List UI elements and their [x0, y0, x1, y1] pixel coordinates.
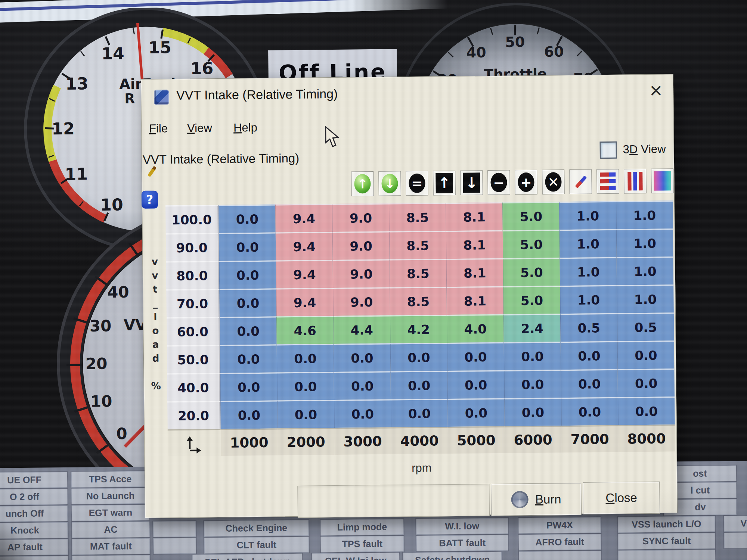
view-3d-label[interactable]: 3D View: [623, 142, 666, 156]
table-cell[interactable]: 1.0: [560, 257, 617, 286]
table-cell[interactable]: 5.0: [502, 202, 560, 230]
table-cell[interactable]: 1.0: [560, 285, 617, 314]
table-cell[interactable]: 0.0: [220, 317, 277, 345]
dialog-title: VVT Intake (Relative Timing): [176, 87, 338, 103]
mouse-cursor: [324, 126, 341, 147]
photo-background: 10 11 12 13 14 15 16 AirFuel R: [0, 0, 747, 560]
table-cell[interactable]: 0.0: [220, 344, 277, 373]
table-cell[interactable]: 0.0: [277, 372, 334, 400]
status-indicator: AFRO fault: [519, 534, 601, 550]
table-cell[interactable]: 9.4: [275, 204, 332, 232]
table-cell[interactable]: 8.1: [446, 286, 503, 315]
view-3d-checkbox[interactable]: [599, 141, 617, 159]
table-cell[interactable]: 2.4: [503, 314, 561, 342]
table-cell[interactable]: 1.0: [560, 229, 617, 258]
rpm-axis-cell: 3000: [334, 427, 391, 455]
close-icon[interactable]: ✕: [646, 81, 666, 100]
menu-file[interactable]: File: [149, 115, 168, 142]
rpm-axis-cell: 6000: [505, 426, 562, 453]
table-cell[interactable]: 0.0: [447, 342, 504, 371]
status-indicator: [519, 551, 601, 560]
table-cell[interactable]: 0.0: [447, 370, 504, 399]
status-indicator: MAT fault: [72, 538, 150, 555]
table-cell[interactable]: 5.0: [503, 230, 560, 258]
table-wrap: 100.00.09.49.08.58.15.01.01.090.00.09.49…: [165, 200, 675, 456]
table-cell[interactable]: 4.0: [447, 314, 504, 343]
table-cell[interactable]: 1.0: [616, 256, 673, 285]
table-cell[interactable]: 0.0: [390, 371, 447, 399]
table-cell[interactable]: 1.0: [616, 200, 673, 229]
menu-help[interactable]: Help: [233, 114, 257, 141]
table-cell[interactable]: 8.5: [389, 203, 446, 231]
menu-view[interactable]: View: [187, 115, 212, 142]
table-cell[interactable]: 4.6: [276, 316, 334, 344]
interpolate-icon[interactable]: [569, 169, 592, 194]
interpolate-columns-icon[interactable]: [624, 169, 647, 194]
table-cell[interactable]: 0.0: [504, 370, 561, 398]
table-cell[interactable]: 0.5: [617, 312, 674, 341]
gradient-fill-icon[interactable]: [651, 168, 674, 193]
rpm-axis-cell: 8000: [618, 424, 675, 452]
vvt-load-axis-label: v v t _ l o a d %: [148, 255, 163, 393]
close-button[interactable]: Close: [583, 482, 660, 514]
table-cell[interactable]: 0.0: [561, 369, 618, 398]
table-cell[interactable]: 0.0: [219, 261, 276, 289]
burn-button[interactable]: Burn: [491, 483, 582, 516]
table-cell[interactable]: 1.0: [616, 228, 673, 257]
table-cell[interactable]: 0.0: [617, 340, 675, 369]
table-cell[interactable]: 0.0: [220, 400, 278, 429]
status-indicator: SYNC fault: [618, 533, 715, 549]
table-cell[interactable]: 8.5: [390, 287, 447, 315]
dialog-titlebar[interactable]: VVT Intake (Relative Timing) ✕: [141, 74, 673, 114]
table-cell[interactable]: 0.0: [561, 397, 618, 426]
table-cell[interactable]: 8.5: [389, 259, 446, 287]
table-cell[interactable]: 0.0: [277, 400, 334, 428]
table-cell[interactable]: 0.0: [561, 341, 618, 370]
table-cell[interactable]: 0.0: [334, 343, 391, 372]
table-cell[interactable]: 8.1: [446, 202, 503, 231]
table-cell[interactable]: 0.0: [391, 399, 448, 427]
table-cell[interactable]: 0.0: [390, 343, 447, 371]
table-cell[interactable]: 0.5: [560, 313, 617, 342]
table-cell[interactable]: 9.4: [276, 288, 333, 316]
table-cell[interactable]: 1.0: [559, 201, 616, 230]
table-cell[interactable]: 0.0: [447, 398, 505, 427]
table-cell[interactable]: 0.0: [617, 368, 675, 397]
table-cell[interactable]: 0.0: [504, 398, 561, 426]
edit-pencil-icon[interactable]: [148, 166, 156, 177]
table-cell[interactable]: 0.0: [218, 205, 276, 233]
table-cell[interactable]: 0.0: [277, 344, 334, 372]
table-cell[interactable]: 0.0: [219, 289, 276, 317]
table-cell[interactable]: 0.0: [220, 372, 277, 401]
table-cell[interactable]: 4.2: [390, 315, 447, 343]
table-cell[interactable]: 0.0: [334, 371, 391, 400]
table-cell[interactable]: 9.4: [276, 260, 333, 288]
multiply-icon[interactable]: ✕: [542, 169, 565, 195]
table-cell[interactable]: 9.4: [276, 232, 333, 260]
table-cell[interactable]: 8.5: [389, 231, 446, 259]
table-cell[interactable]: 0.0: [618, 396, 675, 425]
table-cell[interactable]: 9.0: [332, 203, 389, 232]
decrease-selection-icon[interactable]: ↓: [378, 171, 401, 196]
table-cell[interactable]: 8.1: [446, 258, 503, 287]
table-cell[interactable]: 4.4: [333, 315, 390, 344]
table-cell[interactable]: 5.0: [503, 286, 560, 314]
table-cell[interactable]: 9.0: [332, 259, 390, 288]
shift-up-icon[interactable]: ↑: [433, 171, 456, 196]
decrement-icon[interactable]: −: [487, 170, 510, 195]
status-indicator: Check Engine: [204, 520, 309, 537]
table-cell[interactable]: 9.0: [333, 287, 390, 316]
table-cell[interactable]: 8.1: [446, 230, 503, 259]
help-icon[interactable]: ?: [142, 191, 158, 209]
table-cell[interactable]: 9.0: [332, 231, 390, 260]
interpolate-rows-icon[interactable]: [596, 169, 619, 194]
table-cell[interactable]: 0.0: [504, 342, 561, 370]
increment-icon[interactable]: +: [515, 170, 537, 195]
table-cell[interactable]: 0.0: [334, 399, 391, 428]
table-cell[interactable]: 0.0: [219, 233, 276, 261]
table-cell[interactable]: 5.0: [503, 258, 560, 286]
increase-selection-icon[interactable]: ↑: [351, 171, 374, 196]
table-cell[interactable]: 1.0: [617, 284, 674, 313]
set-equal-icon[interactable]: =: [406, 171, 428, 196]
shift-down-icon[interactable]: ↓: [460, 170, 483, 195]
